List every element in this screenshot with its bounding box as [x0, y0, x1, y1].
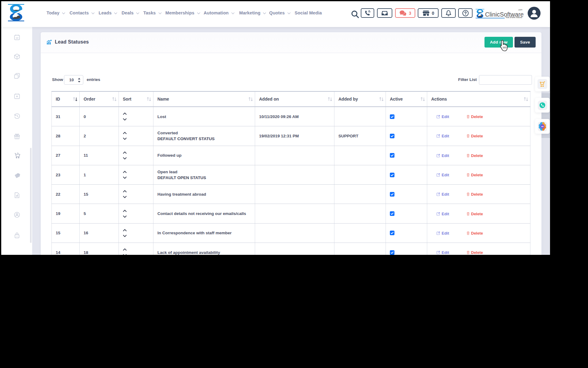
svg-text:12: 12: [16, 36, 18, 39]
svg-text:AI: AI: [541, 125, 544, 128]
